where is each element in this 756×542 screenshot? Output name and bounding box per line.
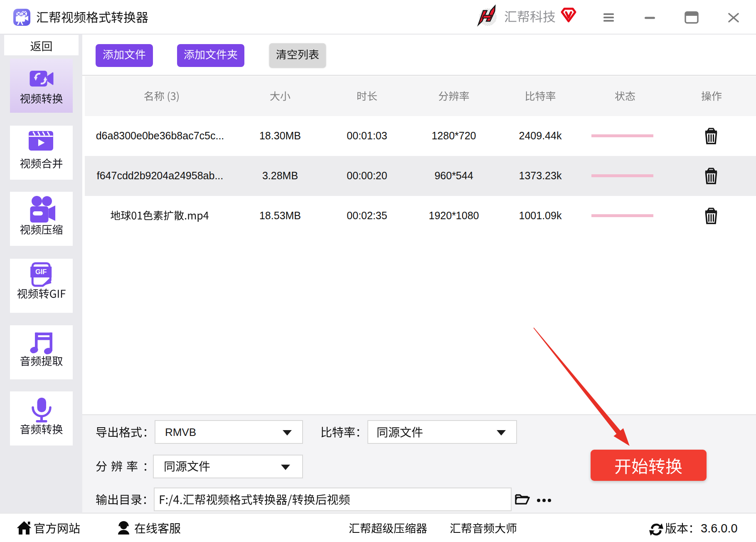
svg-text:00:02:35: 00:02:35 xyxy=(347,210,387,221)
svg-text:3.6.0.0: 3.6.0.0 xyxy=(701,522,738,535)
svg-text:d6a8300e0be36b8ac7c5c...: d6a8300e0be36b8ac7c5c... xyxy=(96,130,224,141)
svg-text:1920*1080: 1920*1080 xyxy=(429,210,479,221)
svg-text:00:00:20: 00:00:20 xyxy=(347,170,387,181)
svg-text:18.53MB: 18.53MB xyxy=(259,210,301,221)
svg-text:RMVB: RMVB xyxy=(165,426,196,438)
svg-text:GIF: GIF xyxy=(35,268,47,275)
svg-text:1280*720: 1280*720 xyxy=(431,130,476,141)
svg-text:18.30MB: 18.30MB xyxy=(259,130,301,141)
svg-text:f647cdd2b9204a24958ab...: f647cdd2b9204a24958ab... xyxy=(97,170,223,181)
svg-text:2409.44k: 2409.44k xyxy=(519,130,562,141)
svg-text:1373.23k: 1373.23k xyxy=(519,170,562,181)
svg-text:1001.09k: 1001.09k xyxy=(519,210,562,221)
svg-text:960*544: 960*544 xyxy=(434,170,473,181)
svg-text:00:01:03: 00:01:03 xyxy=(347,130,387,141)
svg-text:3.28MB: 3.28MB xyxy=(262,170,298,181)
